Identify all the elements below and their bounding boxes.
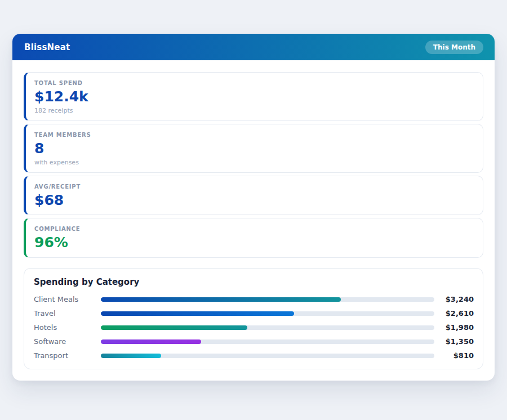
stat-card-avg-receipt: AVG/RECEIPT $68 [24,176,483,216]
chart-row: Hotels$1,980 [34,323,474,332]
bar-fill [101,311,294,316]
bar-fill [101,339,201,344]
bar-track [101,311,434,316]
expense-dashboard-card: BlissNeat This Month TOTAL SPEND $12.4k … [12,34,495,381]
category-label: Hotels [34,323,101,332]
stat-label: COMPLIANCE [34,226,474,232]
dashboard-body: TOTAL SPEND $12.4k 182 receipts TEAM MEM… [12,60,495,381]
stat-value: $12.4k [34,89,474,105]
bar-value: $1,980 [438,323,474,332]
bar-fill [101,297,341,302]
stat-label: TEAM MEMBERS [34,132,474,138]
spending-by-category-chart: Spending by Category Client Meals$3,240T… [24,268,483,369]
bar-value: $810 [438,351,474,360]
stat-label: TOTAL SPEND [34,80,474,86]
category-label: Travel [34,309,101,318]
bar-track [101,354,434,358]
category-label: Software [34,337,101,346]
period-badge[interactable]: This Month [425,41,483,54]
bar-fill [101,354,161,358]
app-title: BlissNeat [24,42,70,52]
category-label: Client Meals [34,295,101,303]
stat-card-team-members: TEAM MEMBERS 8 with expenses [24,124,483,173]
bar-track [101,339,434,344]
bar-value: $1,350 [438,337,474,346]
stat-value: 8 [34,141,474,157]
bar-track [101,325,434,330]
chart-row: Client Meals$3,240 [34,295,474,303]
chart-row: Software$1,350 [34,337,474,346]
stat-card-compliance: COMPLIANCE 96% [24,218,483,258]
chart-row: Transport$810 [34,351,474,360]
bar-value: $3,240 [438,295,474,303]
bar-track [101,297,434,302]
category-label: Transport [34,351,101,360]
stat-subtext: 182 receipts [34,107,474,114]
bar-fill [101,325,247,330]
app-header: BlissNeat This Month [12,34,495,60]
bar-value: $2,610 [438,309,474,318]
category-bars: Client Meals$3,240Travel$2,610Hotels$1,9… [34,295,474,360]
stat-subtext: with expenses [34,159,474,166]
stat-value: $68 [34,193,474,209]
stat-label: AVG/RECEIPT [34,184,474,190]
chart-row: Travel$2,610 [34,309,474,318]
stat-card-total-spend: TOTAL SPEND $12.4k 182 receipts [24,72,483,121]
stat-value: 96% [34,235,474,251]
chart-title: Spending by Category [34,277,474,287]
